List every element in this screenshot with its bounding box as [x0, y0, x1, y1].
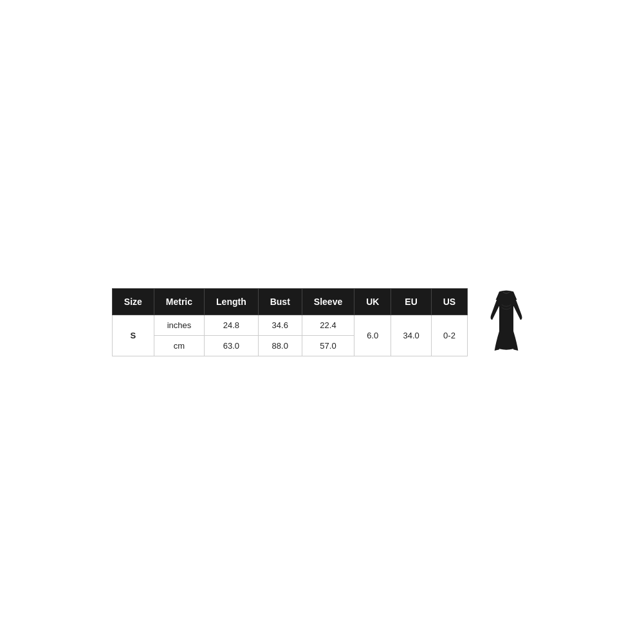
- sleeve-inches: 22.4: [302, 315, 354, 335]
- header-us: US: [431, 288, 467, 315]
- eu-value: 34.0: [391, 315, 431, 356]
- uk-value: 6.0: [354, 315, 391, 356]
- header-bust: Bust: [258, 288, 302, 315]
- bust-cm: 88.0: [258, 335, 302, 356]
- length-inches: 24.8: [205, 315, 259, 335]
- header-uk: UK: [354, 288, 391, 315]
- header-size: Size: [112, 288, 154, 315]
- length-cm: 63.0: [205, 335, 259, 356]
- metric-cm: cm: [154, 335, 204, 356]
- header-eu: EU: [391, 288, 431, 315]
- main-container: Size Metric Length Bust Sleeve UK EU US …: [99, 274, 545, 371]
- bust-inches: 34.6: [258, 315, 302, 335]
- us-value: 0-2: [431, 315, 467, 356]
- garment-illustration: [481, 287, 532, 358]
- table-row-inches: S inches 24.8 34.6 22.4 6.0 34.0 0-2: [112, 315, 467, 335]
- metric-inches: inches: [154, 315, 204, 335]
- sleeve-cm: 57.0: [302, 335, 354, 356]
- header-length: Length: [205, 288, 259, 315]
- header-sleeve: Sleeve: [302, 288, 354, 315]
- size-value: S: [112, 315, 154, 356]
- header-metric: Metric: [154, 288, 204, 315]
- size-chart-table: Size Metric Length Bust Sleeve UK EU US …: [112, 288, 468, 356]
